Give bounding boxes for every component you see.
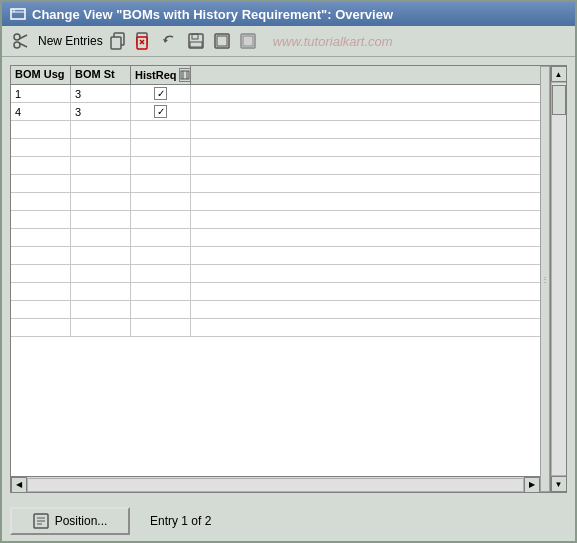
table-row-empty xyxy=(11,319,540,337)
delete-icon[interactable] xyxy=(133,30,155,52)
scroll-right-btn[interactable]: ▶ xyxy=(524,477,540,493)
checkbox-2[interactable]: ✓ xyxy=(154,105,167,118)
entry-info: Entry 1 of 2 xyxy=(150,514,211,528)
table-inner: BOM Usg BOM St HistReq xyxy=(11,66,540,492)
svg-rect-0 xyxy=(11,9,25,19)
table-container: BOM Usg BOM St HistReq xyxy=(10,65,567,493)
copy-icon[interactable] xyxy=(107,30,129,52)
cancel-icon[interactable] xyxy=(237,30,259,52)
table-row-empty xyxy=(11,139,540,157)
table-row[interactable]: 1 3 ✓ xyxy=(11,85,540,103)
horizontal-scrollbar[interactable]: ◀ ▶ xyxy=(11,476,540,492)
new-entries-icon[interactable] xyxy=(10,30,32,52)
svg-marker-13 xyxy=(163,39,168,43)
bottom-bar: Position... Entry 1 of 2 xyxy=(2,501,575,541)
checkbox-1[interactable]: ✓ xyxy=(154,87,167,100)
scroll-down-btn[interactable]: ▼ xyxy=(551,476,567,492)
table-row-empty xyxy=(11,265,540,283)
col-header-bom-usg: BOM Usg xyxy=(11,66,71,84)
new-entries-label: New Entries xyxy=(38,34,103,48)
table-header: BOM Usg BOM St HistReq xyxy=(11,66,540,85)
table-row-empty xyxy=(11,175,540,193)
vertical-scrollbar[interactable]: ▲ ▼ xyxy=(550,66,566,492)
scroll-track-vertical[interactable] xyxy=(551,82,567,476)
content-area: BOM Usg BOM St HistReq xyxy=(2,57,575,501)
table-row-empty xyxy=(11,157,540,175)
col-settings-icon[interactable] xyxy=(179,68,191,82)
table-body: 1 3 ✓ 4 3 ✓ xyxy=(11,85,540,476)
watermark-text: www.tutorialkart.com xyxy=(273,34,393,49)
table-row-empty xyxy=(11,301,540,319)
svg-rect-21 xyxy=(181,71,189,79)
toolbar: New Entries xyxy=(2,26,575,57)
back-icon[interactable] xyxy=(211,30,233,52)
cell-bom-st-2: 3 xyxy=(71,103,131,120)
resize-handle[interactable]: ⋮ xyxy=(540,66,550,492)
undo-icon[interactable] xyxy=(159,30,181,52)
cell-bom-usg-1: 1 xyxy=(11,85,71,102)
title-text: Change View "BOMs with History Requireme… xyxy=(32,7,393,22)
table-row-empty xyxy=(11,247,540,265)
svg-rect-8 xyxy=(111,37,121,49)
scroll-up-btn[interactable]: ▲ xyxy=(551,66,567,82)
position-button[interactable]: Position... xyxy=(10,507,130,535)
col-header-hist-req: HistReq xyxy=(131,66,191,84)
svg-rect-14 xyxy=(189,34,203,48)
svg-rect-20 xyxy=(243,36,253,46)
table-row-empty xyxy=(11,283,540,301)
window-icon xyxy=(10,6,26,22)
table-row-empty xyxy=(11,193,540,211)
svg-rect-18 xyxy=(217,36,227,46)
table-row-empty xyxy=(11,121,540,139)
table-row-empty xyxy=(11,229,540,247)
scroll-thumb[interactable] xyxy=(552,85,566,115)
main-window: Change View "BOMs with History Requireme… xyxy=(0,0,577,543)
position-button-label: Position... xyxy=(55,514,108,528)
col-header-bom-st: BOM St xyxy=(71,66,131,84)
title-bar: Change View "BOMs with History Requireme… xyxy=(2,2,575,26)
cell-bom-usg-2: 4 xyxy=(11,103,71,120)
table-row[interactable]: 4 3 ✓ xyxy=(11,103,540,121)
save-icon[interactable] xyxy=(185,30,207,52)
cell-hist-req-1: ✓ xyxy=(131,85,191,102)
svg-rect-16 xyxy=(190,42,202,47)
cell-bom-st-1: 3 xyxy=(71,85,131,102)
scroll-left-btn[interactable]: ◀ xyxy=(11,477,27,493)
table-row-empty xyxy=(11,211,540,229)
scroll-track-horizontal[interactable] xyxy=(27,478,524,492)
cell-hist-req-2: ✓ xyxy=(131,103,191,120)
